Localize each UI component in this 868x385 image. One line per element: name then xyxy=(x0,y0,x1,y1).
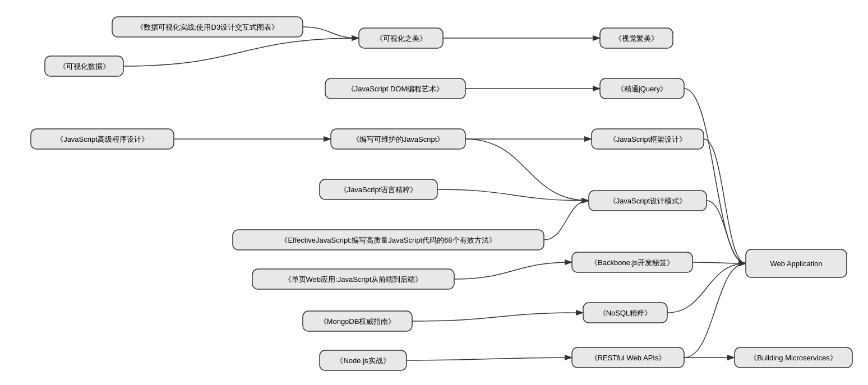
graph-node: 《MongoDB权威指南》 xyxy=(303,311,412,331)
node-label: 《JavaScript语言精粹》 xyxy=(340,185,418,194)
node-label: 《JavaScript高级程序设计》 xyxy=(56,135,149,143)
node-label: 《单页Web应用:JavaScript从前端到后端》 xyxy=(284,275,423,284)
graph-edge xyxy=(544,201,589,240)
graph-node: Web Application xyxy=(746,249,847,277)
node-label: 《JavaScript框架设计》 xyxy=(609,135,687,143)
graph-edge xyxy=(684,89,746,263)
graph-node: 《JavaScript高级程序设计》 xyxy=(31,129,174,149)
graph-edge xyxy=(123,38,359,66)
graph-node: 《可视化数据》 xyxy=(45,56,123,76)
graph-node: 《Backbone.js开发秘笈》 xyxy=(572,252,692,272)
node-label: 《视觉繁美》 xyxy=(615,34,658,43)
graph-node: 《NoSQL精粹》 xyxy=(583,303,667,323)
graph-node: 《JavaScript语言精粹》 xyxy=(320,179,437,200)
graph-node: 《视觉繁美》 xyxy=(600,28,673,48)
graph-node: 《EffectiveJavaScript:编写高质量JavaScript代码的6… xyxy=(233,230,544,250)
graph-node: 《RESTful Web APIs》 xyxy=(572,347,684,368)
graph-edge xyxy=(437,189,589,201)
graph-node: 《可视化之美》 xyxy=(359,28,443,48)
graph-edge xyxy=(692,262,746,263)
graph-edge xyxy=(303,27,359,38)
node-label: 《Node.js实战》 xyxy=(336,356,390,365)
graph-node: 《Building Microservices》 xyxy=(735,347,852,368)
graph-node: 《数据可视化实战:使用D3设计交互式图表》 xyxy=(112,17,303,37)
node-label: 《JavaScript设计模式》 xyxy=(609,197,687,205)
graph-node: 《Node.js实战》 xyxy=(320,350,407,370)
node-label: 《可视化数据》 xyxy=(59,62,110,71)
graph-node: 《编写可维护的JavaScript》 xyxy=(331,129,465,149)
graph-node: 《JavaScript DOM编程艺术》 xyxy=(325,78,465,99)
graph-node: 《单页Web应用:JavaScript从前端到后端》 xyxy=(252,269,454,289)
node-label: 《JavaScript DOM编程艺术》 xyxy=(347,85,444,93)
node-label: 《EffectiveJavaScript:编写高质量JavaScript代码的6… xyxy=(280,236,496,244)
node-label: 《MongoDB权威指南》 xyxy=(320,317,396,326)
node-label: 《NoSQL精粹》 xyxy=(599,309,652,317)
node-label: Web Application xyxy=(770,259,823,268)
node-label: 《精通jQuery》 xyxy=(617,85,667,93)
node-label: 《可视化之美》 xyxy=(376,34,427,43)
node-label: 《Backbone.js开发秘笈》 xyxy=(590,258,674,267)
node-label: 《Building Microservices》 xyxy=(750,354,837,362)
graph-canvas: 《数据可视化实战:使用D3设计交互式图表》《可视化数据》《可视化之美》《视觉繁美… xyxy=(0,0,868,385)
node-label: 《数据可视化实战:使用D3设计交互式图表》 xyxy=(136,23,279,31)
graph-node: 《JavaScript框架设计》 xyxy=(592,129,704,149)
graph-node: 《JavaScript设计模式》 xyxy=(589,191,707,211)
graph-node: 《精通jQuery》 xyxy=(600,78,684,99)
graph-edge xyxy=(407,358,572,360)
graph-edge xyxy=(684,263,746,358)
graph-edge xyxy=(454,262,572,279)
graph-edge xyxy=(412,313,583,321)
node-label: 《RESTful Web APIs》 xyxy=(590,354,666,362)
node-label: 《编写可维护的JavaScript》 xyxy=(352,135,445,143)
